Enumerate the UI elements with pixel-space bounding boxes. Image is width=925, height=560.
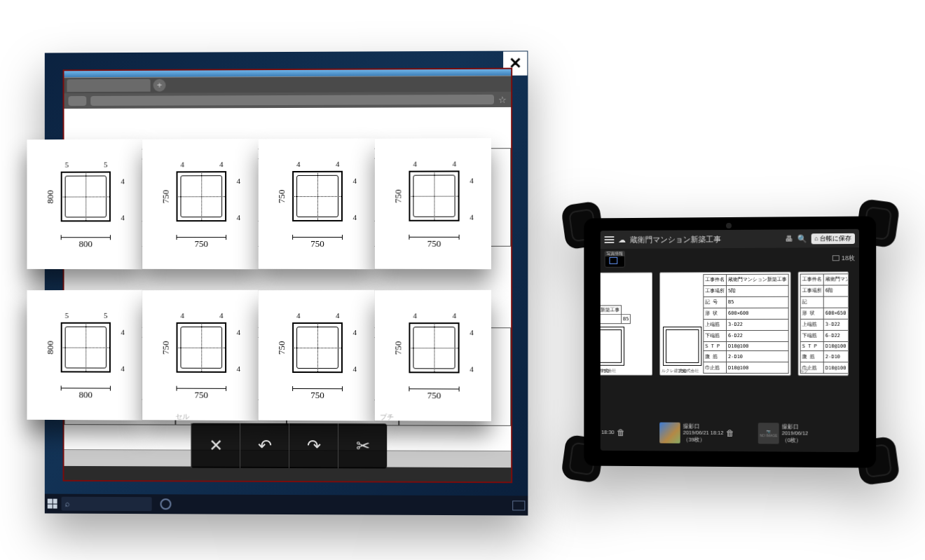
photo-counter: 18枚 (832, 254, 855, 263)
card-cell: 600×600 (727, 308, 789, 319)
diagram-tiles: 5544800800444475075044447507504444750750… (27, 138, 491, 421)
card-cell (823, 296, 849, 308)
side-count: 4 (353, 177, 357, 185)
card-cell: 蔵衛門マンション新築工事 (727, 274, 789, 285)
taskbar-search[interactable]: ⌕ (62, 497, 152, 511)
blackboard-card[interactable]: 750工事件名蔵衛門マンション新築工事工事場所5階記 号B5形 状600×600… (659, 272, 791, 376)
side-count: 4 (121, 328, 124, 336)
no-image-thumbnail: 📷NO IMAGE (758, 423, 779, 444)
cross-section-tile[interactable]: 4444750750 (142, 290, 258, 421)
side-count: 4 (470, 213, 474, 221)
photo-strips: 影日019/06/21 18:3039枚)🗑撮影日2019/06/21 18:1… (601, 417, 859, 452)
side-count: 4 (121, 213, 124, 221)
no-image-label: NO IMAGE (760, 433, 777, 437)
card-cell: 蔵衛門マンショ (823, 274, 849, 285)
chip-label: 写真情報 (605, 251, 625, 257)
width-dim: 750 (427, 390, 441, 400)
card-cell: 6-D22 (727, 330, 789, 341)
card-cell: 形 状 (704, 308, 727, 319)
card-cell: 6-D22 (823, 330, 849, 341)
top-count: 4 (336, 160, 340, 168)
width-dim: 750 (195, 390, 208, 400)
toolbar-close-button[interactable]: ✕ (191, 423, 240, 468)
card-cell: D10@100 (727, 341, 789, 351)
cortana-icon[interactable] (160, 498, 172, 510)
bookmark-icon[interactable]: ☆ (498, 94, 507, 104)
save-label: 台帳に保存 (820, 233, 851, 243)
side-count: 4 (237, 177, 240, 185)
card-diagram (663, 327, 701, 366)
card-cell: D10@100 (727, 362, 789, 374)
url-field[interactable] (90, 95, 494, 106)
strip-line2: 2019/06/21 18:12 (683, 430, 724, 437)
toolbar-redo-button[interactable]: ↷ (289, 423, 338, 468)
blackboard-card[interactable]: 工事件名蔵衛門マンショ工事場所6階記形 状600×650上端筋3-D22下端筋6… (798, 271, 849, 376)
top-count: 5 (104, 161, 107, 169)
cross-section-tile[interactable]: 4444750750 (258, 290, 374, 421)
card-cell: 記 号 (704, 296, 727, 308)
height-dim: 800 (46, 322, 55, 373)
card-cell: S T P (704, 341, 727, 350)
cross-section-tile[interactable]: 4444750750 (142, 139, 258, 269)
photo-strip[interactable]: 📷NO IMAGE撮影日2019/06/12（0枚）🗑 (758, 418, 809, 449)
trash-icon[interactable]: 🗑 (617, 428, 625, 437)
menu-icon[interactable] (605, 236, 615, 243)
counter-icon (832, 255, 840, 261)
card-cell: 3-D22 (823, 319, 849, 330)
taskbar-tray[interactable] (512, 500, 525, 510)
photo-thumbnail[interactable] (659, 423, 680, 444)
toolbar-label-right: プチ (380, 412, 394, 422)
card-cell: 2-D10 (727, 351, 789, 362)
top-count: 4 (219, 160, 223, 168)
photo-icon (609, 257, 617, 264)
sub-bar: 写真情報 18枚 (601, 247, 859, 270)
side-count: 4 (237, 213, 240, 221)
card-footer: ルク (800, 368, 809, 374)
blackboard-card[interactable]: ンション新築工事記 号B5750ルクレ建設株式会社 (601, 272, 653, 375)
top-count: 4 (180, 311, 184, 320)
card-cell: 5階 (727, 285, 789, 296)
top-count: 4 (413, 160, 417, 168)
side-count: 4 (237, 364, 240, 373)
photo-strip[interactable]: 撮影日2019/06/21 18:12（39枚）🗑 (659, 418, 751, 449)
nav-back-icon[interactable] (68, 96, 86, 106)
cross-section-tile[interactable]: 4444750750 (258, 138, 374, 269)
top-count: 4 (296, 160, 300, 168)
save-to-ledger-button[interactable]: ⌂ 台帳に保存 (811, 233, 855, 243)
width-dim: 750 (427, 238, 441, 249)
strip-line3: 39枚) (601, 435, 615, 442)
cross-section-tile[interactable]: 5544800800 (27, 290, 142, 421)
browser-tab[interactable] (67, 79, 150, 92)
top-count: 4 (296, 311, 300, 320)
side-count: 4 (121, 177, 124, 185)
cross-section-tile[interactable]: 5544800800 (27, 139, 142, 269)
card-cell: 工事件名 (800, 274, 823, 285)
strip-line2: 2019/06/12 (782, 430, 809, 437)
card-cell: 記 (800, 296, 823, 308)
search-icon[interactable]: 🔍 (797, 234, 807, 243)
card-cell: D10@100 (823, 341, 849, 351)
trash-icon[interactable]: 🗑 (726, 428, 734, 438)
card-cell: D10@100 (823, 362, 849, 374)
top-count: 4 (219, 311, 223, 320)
windows-taskbar: ⌕ (45, 494, 528, 516)
toolbar-cut-button[interactable]: ✂ (338, 423, 387, 468)
photo-strip[interactable]: 影日019/06/21 18:3039枚)🗑 (601, 417, 653, 448)
card-cell: S T P (800, 341, 823, 351)
photo-info-chip[interactable]: 写真情報 (605, 251, 625, 268)
width-dim: 750 (195, 238, 208, 249)
top-count: 5 (65, 311, 69, 320)
new-tab-button[interactable]: + (153, 79, 166, 92)
card-cell: 工事場所 (704, 285, 727, 296)
home-icon: ⌂ (814, 235, 818, 242)
cross-section-tile[interactable]: 4444750750 (375, 290, 491, 421)
start-button[interactable] (48, 499, 57, 509)
width-dim: 800 (79, 389, 92, 399)
browser-tabbar: + (64, 76, 512, 93)
toolbar-undo-button[interactable]: ↶ (240, 423, 289, 468)
address-bar[interactable]: ☆ (64, 92, 512, 109)
printer-icon[interactable]: 🖶 (785, 234, 793, 243)
side-count: 4 (353, 328, 357, 336)
height-dim: 750 (277, 171, 287, 221)
cross-section-tile[interactable]: 4444750750 (375, 138, 491, 269)
